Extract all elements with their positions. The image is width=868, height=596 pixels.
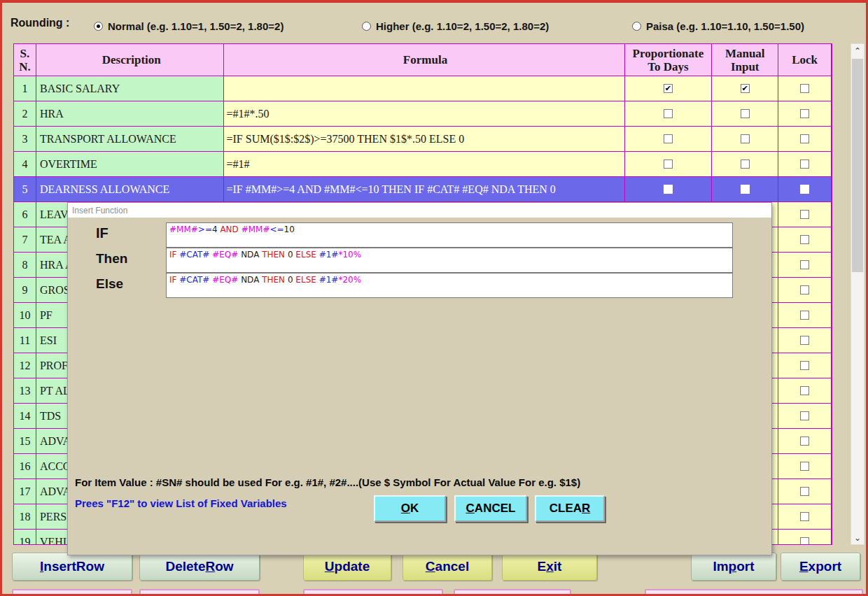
proportionate-checkbox[interactable]: ✔ [664,84,673,93]
import-button[interactable]: Import [691,553,776,581]
scroll-up-button[interactable]: ⌃ [851,44,864,57]
lock-checkbox[interactable] [800,210,809,219]
lock-checkbox[interactable] [800,235,809,244]
manual-input-checkbox[interactable]: ✔ [741,84,750,93]
radio-icon [632,22,641,31]
formula-cell[interactable]: =#1#*.50 [224,101,625,127]
checkbox-cell [778,227,832,253]
formula-cell[interactable]: =#1# [224,152,625,177]
checkbox-cell [778,76,832,101]
formula-cell[interactable]: =IF #MM#>=4 AND #MM#<=10 THEN IF #CAT# #… [224,177,625,202]
formula-cell[interactable] [224,76,625,101]
then-field[interactable]: IF #CAT# #EQ# NDA THEN 0 ELSE #1#*10% [166,248,733,273]
table-row-2[interactable]: 2HRA=#1#*.50 [14,101,832,127]
radio-dot [97,24,100,28]
vertical-scrollbar[interactable]: ⌃ ⌄ [850,43,864,545]
formula-token: >= [198,225,212,234]
lock-checkbox[interactable] [800,311,809,320]
rounding-radio-higher[interactable]: Higher (e.g. 1.10=2, 1.50=2, 1.80=2) [362,20,549,32]
rounding-radio-paisa[interactable]: Paisa (e.g. 1.10=1.10, 1.50=1.50) [632,20,804,32]
sn-cell: 4 [14,152,36,177]
payroll-formula-window: Rounding : Normal (e.g. 1.10=1, 1.50=2, … [0,0,868,596]
radio-icon [94,22,103,31]
partial-button[interactable] [454,589,571,596]
checkbox-cell [778,504,832,530]
description-cell[interactable]: DEARNESS ALLOWANCE [36,177,224,202]
lock-checkbox[interactable] [800,411,809,420]
lock-checkbox[interactable] [800,437,809,446]
lock-checkbox[interactable] [800,109,809,118]
proportionate-checkbox[interactable] [664,159,673,169]
proportionate-checkbox[interactable] [664,109,673,118]
insert-function-dialog: Insert Function IF Then Else #MM#>=4 AND… [67,202,772,555]
checkbox-cell [712,101,778,127]
description-cell[interactable]: HRA [36,101,224,127]
checkbox-cell [712,127,778,152]
exit-button[interactable]: Exit [502,553,597,581]
sn-cell: 2 [14,101,36,127]
ok-button[interactable]: OK [374,495,446,522]
formula-token: AND [218,225,241,234]
scroll-down-button[interactable]: ⌄ [851,531,864,544]
lock-checkbox[interactable] [800,336,809,345]
partial-button[interactable] [12,589,132,596]
chevron-up-icon: ⌃ [854,46,861,56]
lock-checkbox[interactable] [800,386,809,395]
sn-cell: 6 [14,202,36,227]
description-cell[interactable]: TRANSPORT ALLOWANCE [36,127,224,152]
lock-checkbox[interactable] [800,159,809,169]
formula-token: *20% [338,275,361,285]
delete-row-button[interactable]: Delete Row [139,553,260,581]
description-cell[interactable]: OVERTIME [36,152,224,177]
partial-button[interactable] [645,589,863,596]
checkbox-cell [778,202,832,227]
table-row-3[interactable]: 3TRANSPORT ALLOWANCE=IF SUM($1$:$2$)>=37… [14,127,832,152]
lock-checkbox[interactable] [800,185,809,194]
formula-token: 10 [284,225,295,234]
formula-token: THEN [262,250,288,260]
update-button[interactable]: Update [303,553,391,581]
formula-token: ELSE [295,275,318,285]
insert-row-button[interactable]: Insert Row [12,553,132,581]
lock-checkbox[interactable] [800,462,809,471]
manual-input-checkbox[interactable] [741,159,750,169]
proportionate-checkbox[interactable] [664,134,673,143]
lock-checkbox[interactable] [800,361,809,370]
formula-cell[interactable]: =IF SUM($1$:$2$)>=37500 THEN $1$*.50 ELS… [224,127,625,152]
manual-input-checkbox[interactable] [741,185,750,194]
if-field[interactable]: #MM#>=4 AND #MM#<=10 [166,222,733,248]
lock-checkbox[interactable] [800,134,809,143]
description-cell[interactable]: BASIC SALARY [36,76,224,101]
formula-token: 0 [288,275,295,285]
formula-token: *10% [338,250,361,260]
else-field[interactable]: IF #CAT# #EQ# NDA THEN 0 ELSE #1#*20% [166,273,733,298]
lock-checkbox[interactable] [800,84,809,93]
scroll-thumb[interactable] [852,59,863,272]
table-row-4[interactable]: 4OVERTIME=#1# [14,152,832,177]
header-proportionate: Proportionate To Days [625,44,713,76]
sn-cell: 14 [14,404,36,429]
checkbox-cell [712,152,778,177]
cancel-button[interactable]: Cancel [402,553,492,581]
rounding-radio-normal[interactable]: Normal (e.g. 1.10=1, 1.50=2, 1.80=2) [94,20,284,32]
clear-button[interactable]: CLEAR [535,495,605,522]
lock-checkbox[interactable] [800,512,809,521]
table-row-5[interactable]: 5DEARNESS ALLOWANCE=IF #MM#>=4 AND #MM#<… [14,177,832,202]
sn-cell: 15 [14,429,36,454]
cancel-button[interactable]: CANCEL [454,495,527,522]
lock-checkbox[interactable] [800,260,809,269]
checkbox-cell [778,253,832,278]
export-button[interactable]: Export [780,553,860,581]
partial-button[interactable] [303,589,443,596]
proportionate-checkbox[interactable] [664,185,673,194]
manual-input-checkbox[interactable] [741,134,750,143]
lock-checkbox[interactable] [800,285,809,295]
lock-checkbox[interactable] [800,487,809,496]
formula-token: THEN [262,275,288,285]
table-row-1[interactable]: 1BASIC SALARY✔✔ [14,76,832,101]
table-header-row: S. N. Description Formula Proportionate … [14,44,832,76]
partial-button[interactable] [139,589,260,596]
radio-label: Normal (e.g. 1.10=1, 1.50=2, 1.80=2) [108,20,284,32]
lock-checkbox[interactable] [800,537,809,545]
manual-input-checkbox[interactable] [741,109,750,118]
